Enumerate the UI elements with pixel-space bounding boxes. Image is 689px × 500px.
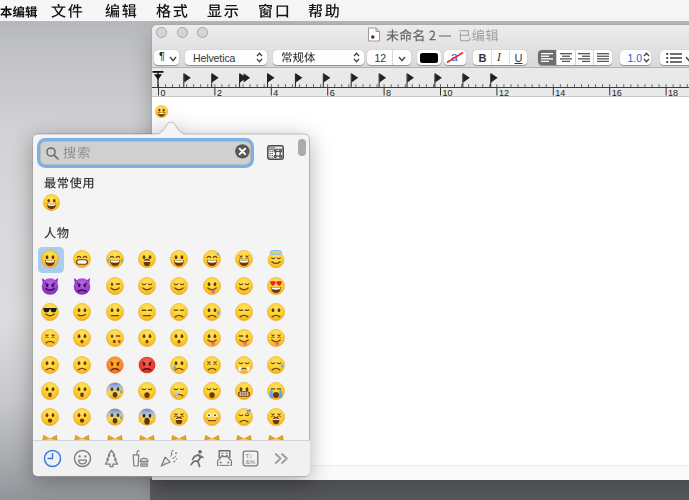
svg-text:4: 4 bbox=[273, 88, 278, 97]
svg-text:14: 14 bbox=[555, 88, 565, 97]
svg-text:2: 2 bbox=[217, 88, 222, 97]
svg-text:12: 12 bbox=[499, 88, 509, 97]
svg-text:16: 16 bbox=[612, 88, 622, 97]
svg-text:0: 0 bbox=[161, 88, 166, 97]
svg-text:&%: &% bbox=[245, 458, 255, 465]
svg-text:6: 6 bbox=[330, 88, 335, 97]
svg-text:18: 18 bbox=[668, 88, 678, 97]
svg-text:10: 10 bbox=[443, 88, 453, 97]
svg-text:8: 8 bbox=[386, 88, 391, 97]
